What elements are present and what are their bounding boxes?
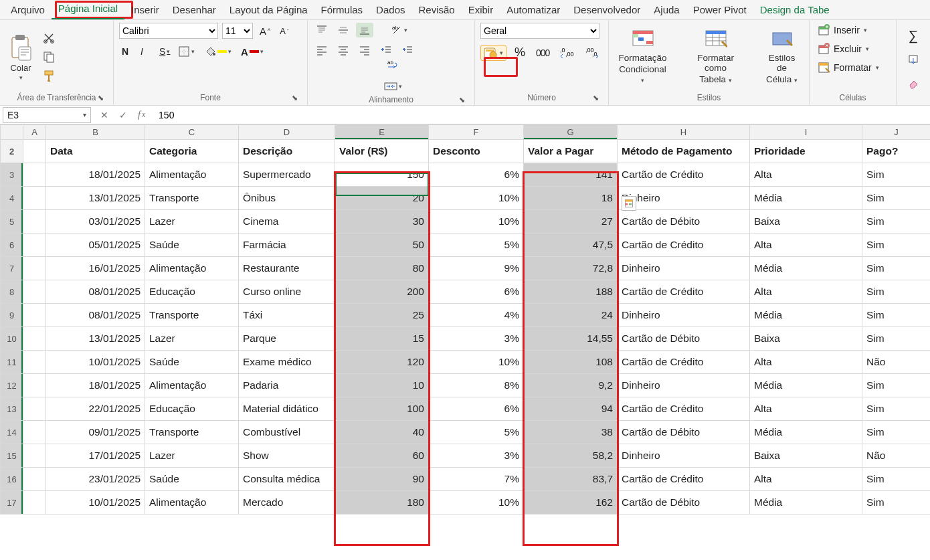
cell[interactable]: Transporte: [145, 421, 239, 444]
cell[interactable]: Sim: [862, 210, 931, 234]
cell[interactable]: Cartão de Crédito: [618, 351, 750, 374]
select-all-corner[interactable]: [1, 125, 23, 140]
cell[interactable]: Cartão de Débito: [618, 210, 750, 234]
cell[interactable]: Alimentação: [145, 257, 239, 280]
cell[interactable]: 10/01/2025: [46, 491, 145, 515]
cell[interactable]: [23, 374, 46, 397]
cell[interactable]: 20: [335, 187, 429, 210]
row-header-6[interactable]: 6: [1, 234, 23, 257]
table-header-cell[interactable]: Método de Pagamento: [618, 140, 750, 163]
cell[interactable]: 180: [335, 491, 429, 515]
cell[interactable]: 141: [524, 163, 618, 187]
column-header-A[interactable]: A: [23, 125, 46, 140]
column-header-J[interactable]: J: [862, 125, 931, 140]
row-header-7[interactable]: 7: [1, 257, 23, 280]
column-header-B[interactable]: B: [46, 125, 145, 140]
menu-tab-arquivo[interactable]: Arquivo: [4, 1, 52, 19]
column-header-D[interactable]: D: [239, 125, 335, 140]
cell[interactable]: 6%: [429, 163, 524, 187]
cell[interactable]: 200: [335, 280, 429, 304]
cell[interactable]: Média: [750, 304, 862, 327]
table-header-cell[interactable]: Prioridade: [750, 140, 862, 163]
cell[interactable]: 18/01/2025: [46, 163, 145, 187]
cell[interactable]: Educação: [145, 397, 239, 421]
cell[interactable]: 10%: [429, 351, 524, 374]
copy-button[interactable]: [40, 50, 59, 64]
spreadsheet-grid[interactable]: ABCDEFGHIJ 2DataCategoriaDescriçãoValor …: [0, 124, 930, 560]
column-header-E[interactable]: E: [335, 125, 429, 140]
cell[interactable]: 108: [524, 351, 618, 374]
align-top-button[interactable]: [313, 23, 331, 37]
cell[interactable]: 5%: [429, 421, 524, 444]
row-header-13[interactable]: 13: [1, 397, 23, 421]
cell-styles-button[interactable]: Estilos de Célula ▾: [760, 28, 804, 86]
cell[interactable]: 24: [524, 304, 618, 327]
cell[interactable]: Sim: [862, 421, 931, 444]
cell[interactable]: Saúde: [145, 468, 239, 491]
cell[interactable]: Farmácia: [239, 234, 335, 257]
cell[interactable]: Padaria: [239, 374, 335, 397]
row-header-16[interactable]: 16: [1, 468, 23, 491]
row-header-9[interactable]: 9: [1, 304, 23, 327]
dialog-launcher-font[interactable]: [291, 94, 300, 104]
cell[interactable]: 08/01/2025: [46, 304, 145, 327]
cell[interactable]: 22/01/2025: [46, 397, 145, 421]
cell[interactable]: Sim: [862, 374, 931, 397]
cancel-entry-button[interactable]: ✕: [98, 108, 111, 122]
table-header-cell[interactable]: Descrição: [239, 140, 335, 163]
menu-tab-automatizar[interactable]: Automatizar: [500, 1, 567, 19]
cut-button[interactable]: [40, 31, 59, 45]
cell[interactable]: 03/01/2025: [46, 210, 145, 234]
cell[interactable]: 3%: [429, 444, 524, 468]
cell[interactable]: [23, 210, 46, 234]
cell[interactable]: 60: [335, 444, 429, 468]
decrease-indent-button[interactable]: [377, 43, 395, 58]
table-header-cell[interactable]: Data: [46, 140, 145, 163]
cell[interactable]: Exame médico: [239, 351, 335, 374]
increase-font-button[interactable]: A^: [257, 24, 273, 38]
menu-tab-exibir[interactable]: Exibir: [462, 1, 500, 19]
cell[interactable]: Supermercado: [239, 163, 335, 187]
cell[interactable]: Alta: [750, 234, 862, 257]
cell[interactable]: [23, 327, 46, 351]
cell[interactable]: Cartão de Débito: [618, 421, 750, 444]
menu-tab-dados[interactable]: Dados: [369, 1, 411, 19]
cell[interactable]: 6%: [429, 397, 524, 421]
format-as-table-button[interactable]: Formatar como Tabela ▾: [683, 28, 748, 86]
cell[interactable]: Cartão de Crédito: [618, 397, 750, 421]
cell[interactable]: Alimentação: [145, 374, 239, 397]
row-header-8[interactable]: 8: [1, 280, 23, 304]
cell[interactable]: [23, 304, 46, 327]
menu-tab-power-pivot[interactable]: Power Pivot: [686, 1, 753, 19]
cell[interactable]: Média: [750, 491, 862, 515]
column-header-row[interactable]: ABCDEFGHIJ: [1, 125, 931, 140]
column-header-F[interactable]: F: [429, 125, 524, 140]
underline-button[interactable]: S ▾: [157, 45, 171, 58]
cell[interactable]: Média: [750, 421, 862, 444]
row-header-17[interactable]: 17: [1, 491, 23, 515]
font-size-select[interactable]: 11: [222, 23, 253, 39]
table-header-cell[interactable]: Valor (R$): [335, 140, 429, 163]
cell[interactable]: Sim: [862, 491, 931, 515]
accounting-format-button[interactable]: ▾: [480, 45, 506, 61]
column-header-H[interactable]: H: [618, 125, 750, 140]
fill-button[interactable]: [905, 53, 922, 68]
table-header-cell[interactable]: Desconto: [429, 140, 524, 163]
cell[interactable]: 120: [335, 351, 429, 374]
cell[interactable]: 80: [335, 257, 429, 280]
cell[interactable]: 83,7: [524, 468, 618, 491]
cell[interactable]: Sim: [862, 327, 931, 351]
menu-tab-ajuda[interactable]: Ajuda: [647, 1, 686, 19]
cell[interactable]: [23, 140, 46, 163]
cell[interactable]: Táxi: [239, 304, 335, 327]
cell[interactable]: [23, 444, 46, 468]
cell[interactable]: Alta: [750, 280, 862, 304]
row-header-12[interactable]: 12: [1, 374, 23, 397]
paste-button[interactable]: Colar ▾: [5, 33, 36, 81]
cell[interactable]: 18/01/2025: [46, 374, 145, 397]
cell[interactable]: 4%: [429, 304, 524, 327]
font-family-select[interactable]: Calibri: [119, 23, 218, 39]
cell[interactable]: Restaurante: [239, 257, 335, 280]
cell[interactable]: 94: [524, 397, 618, 421]
cell[interactable]: Dinheiro: [618, 374, 750, 397]
